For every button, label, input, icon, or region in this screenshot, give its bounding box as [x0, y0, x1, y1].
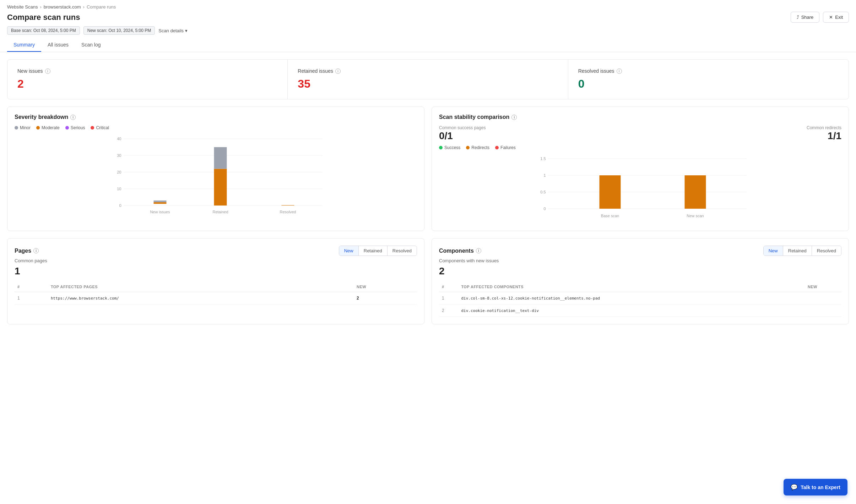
new-scan-badge: New scan: Oct 10, 2024, 5:00 PM	[83, 26, 155, 35]
retained-issues-info-icon[interactable]: i	[335, 69, 341, 74]
share-label: Share	[801, 15, 814, 20]
scan-stability-card: Scan stability comparison i Common succe…	[432, 106, 849, 231]
components-tab-new[interactable]: New	[764, 246, 783, 256]
new-issues-info-icon[interactable]: i	[45, 69, 50, 74]
svg-text:1: 1	[543, 173, 546, 177]
breadcrumb-website-scans[interactable]: Website Scans	[7, 4, 38, 10]
exit-button[interactable]: ✕ Exit	[823, 12, 849, 23]
legend-critical: Critical	[91, 125, 109, 130]
serious-dot	[65, 126, 69, 130]
svg-text:10: 10	[117, 187, 121, 191]
critical-dot	[91, 126, 94, 130]
severity-breakdown-card: Severity breakdown i Minor Moderate Seri…	[7, 106, 424, 231]
stability-legend: Success Redirects Failures	[439, 145, 841, 150]
components-sub-label: Components with new issues	[439, 258, 841, 263]
common-success-stat: Common success pages 0/1	[439, 125, 486, 142]
stability-header: Common success pages 0/1 Common redirect…	[439, 125, 841, 142]
new-issues-label: New issues i	[17, 68, 277, 74]
tab-all-issues[interactable]: All issues	[41, 38, 75, 52]
minor-dot	[15, 126, 18, 130]
new-issues-moderate-bar	[154, 202, 167, 204]
redirects-dot	[466, 146, 470, 149]
common-redirects-stat: Common redirects 1/1	[807, 125, 841, 142]
svg-text:New issues: New issues	[150, 210, 170, 214]
pages-header: Pages i New Retained Resolved	[15, 246, 417, 256]
svg-text:Retained: Retained	[212, 210, 228, 214]
stability-chart-svg: 1.5 1 0.5 0 Base scan New scan	[439, 155, 841, 223]
table-row: 2 div.cookie-notification__text-div	[439, 305, 841, 317]
pages-count: 1	[15, 265, 417, 277]
main-content: New issues i 2 Retained issues i 35 Reso…	[0, 52, 856, 332]
share-button[interactable]: ⤴ Share	[791, 12, 820, 23]
components-tab-retained[interactable]: Retained	[783, 246, 812, 256]
scan-details-label: Scan details	[158, 28, 184, 33]
comp-row1-new	[805, 292, 841, 305]
page-title: Compare scan runs	[7, 13, 80, 22]
severity-info-icon[interactable]: i	[70, 115, 76, 120]
components-title: Components i	[439, 248, 481, 254]
svg-text:New scan: New scan	[687, 214, 704, 218]
svg-text:Resolved: Resolved	[280, 210, 296, 214]
top-actions: ⤴ Share ✕ Exit	[791, 12, 849, 23]
success-dot	[439, 146, 443, 149]
legend-minor: Minor	[15, 125, 31, 130]
share-icon: ⤴	[797, 15, 799, 20]
components-header: Components i New Retained Resolved	[439, 246, 841, 256]
tab-summary[interactable]: Summary	[7, 38, 41, 52]
resolved-issues-card: Resolved issues i 0	[568, 60, 849, 99]
exit-label: Exit	[835, 15, 843, 20]
comp-row2-component: div.cookie-notification__text-div	[458, 305, 804, 317]
retained-issues-label: Retained issues i	[298, 68, 558, 74]
svg-text:0: 0	[119, 203, 121, 208]
scan-details-button[interactable]: Scan details ▾	[158, 28, 188, 33]
comp-col-num: #	[439, 282, 458, 292]
components-info-icon[interactable]: i	[476, 248, 481, 253]
pages-tab-new[interactable]: New	[339, 246, 359, 256]
pages-card: Pages i New Retained Resolved Common pag…	[7, 238, 424, 324]
page-row-new: 2	[354, 292, 417, 305]
components-card: Components i New Retained Resolved Compo…	[432, 238, 849, 324]
pages-tab-resolved[interactable]: Resolved	[388, 246, 417, 256]
severity-chart-area: 40 30 20 10 0 New issues	[15, 135, 417, 221]
failures-dot	[495, 146, 499, 149]
retained-moderate-bar	[214, 169, 227, 206]
exit-icon: ✕	[829, 15, 833, 20]
resolved-issues-info-icon[interactable]: i	[617, 69, 622, 74]
severity-legend: Minor Moderate Serious Critical	[15, 125, 417, 130]
base-scan-badge: Base scan: Oct 08, 2024, 5:00 PM	[7, 26, 80, 35]
chevron-down-icon: ▾	[185, 28, 188, 33]
comp-row1-component: div.col-sm-8.col-xs-12.cookie-notificati…	[458, 292, 804, 305]
comp-row2-num: 2	[439, 305, 458, 317]
breadcrumb-browserstack[interactable]: browserstack.com	[44, 4, 81, 10]
pages-col-page: Top Affected Pages	[48, 282, 354, 292]
page-title-row: Compare scan runs ⤴ Share ✕ Exit	[7, 12, 849, 23]
scan-stability-title: Scan stability comparison i	[439, 114, 841, 120]
components-tab-resolved[interactable]: Resolved	[812, 246, 841, 256]
components-count: 2	[439, 265, 841, 277]
svg-text:1.5: 1.5	[540, 157, 546, 161]
stability-info-icon[interactable]: i	[511, 115, 517, 120]
legend-moderate: Moderate	[36, 125, 60, 130]
legend-serious: Serious	[65, 125, 85, 130]
pages-info-icon[interactable]: i	[33, 248, 39, 253]
breadcrumb-sep2: ›	[83, 4, 85, 10]
severity-breakdown-title: Severity breakdown i	[15, 114, 417, 120]
new-scan-redirects-bar	[685, 175, 706, 209]
legend-failures: Failures	[495, 145, 516, 150]
svg-text:30: 30	[117, 153, 121, 158]
charts-row: Severity breakdown i Minor Moderate Seri…	[7, 106, 849, 231]
metrics-row: New issues i 2 Retained issues i 35 Reso…	[7, 59, 849, 99]
pages-tab-retained[interactable]: Retained	[359, 246, 388, 256]
pages-table-header-row: # Top Affected Pages New	[15, 282, 417, 292]
svg-text:40: 40	[117, 137, 121, 141]
svg-text:Base scan: Base scan	[601, 214, 619, 218]
pages-col-new: New	[354, 282, 417, 292]
page-row-url: https://www.browserstack.com/	[48, 292, 354, 305]
breadcrumb-compare-runs: Compare runs	[87, 4, 116, 10]
components-tab-group: New Retained Resolved	[763, 246, 841, 256]
resolved-issues-label: Resolved issues i	[578, 68, 839, 74]
retained-issues-value: 35	[298, 77, 558, 91]
tab-scan-log[interactable]: Scan log	[75, 38, 107, 52]
top-bar: Website Scans › browserstack.com › Compa…	[0, 0, 856, 52]
retained-minor-bar	[214, 147, 227, 169]
